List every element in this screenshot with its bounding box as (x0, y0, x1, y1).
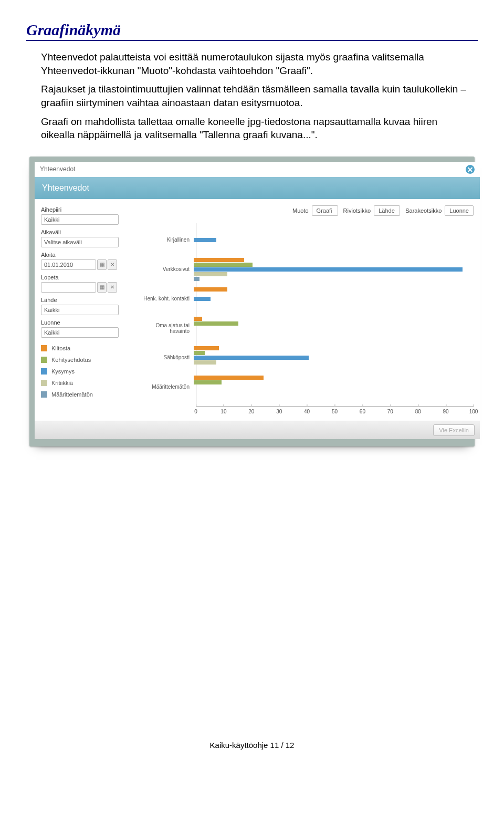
paragraph-1: Yhteenvedot palautteista voi esittää num… (41, 50, 471, 77)
luonne-label: Luonne (41, 319, 125, 326)
panel-header: Yhteenvedot (35, 177, 480, 199)
chart-x-tick: 80 (415, 409, 421, 414)
riviotsikko-select[interactable]: Lähde (374, 205, 400, 216)
chart-category-label: Sähköposti (136, 355, 194, 360)
lopeta-date-field[interactable] (41, 282, 96, 293)
bottom-bar: Vie Exceliin (35, 421, 480, 439)
chart-bar (194, 277, 200, 281)
legend-item: Kysymys (41, 368, 125, 375)
legend-label: Kehitysehdotus (51, 357, 91, 363)
lahde-select[interactable]: Kaikki (41, 305, 119, 315)
chart-bar (194, 238, 216, 242)
riviotsikko-label: Riviotsikko (343, 207, 371, 214)
chart-bar (194, 297, 211, 301)
lahde-label: Lähde (41, 297, 125, 303)
chart-bar (194, 360, 216, 365)
sarakeotsikko-label: Sarakeotsikko (405, 207, 442, 214)
muoto-label: Muoto (292, 207, 309, 214)
aikavali-select[interactable]: Valitse aikaväli (41, 237, 119, 247)
chart-bar (194, 263, 253, 267)
aihepiiri-label: Aihepiiri (41, 206, 125, 213)
legend-item: Kritiikkiä (41, 380, 125, 386)
legend-swatch (41, 357, 47, 363)
chart-bar (194, 351, 205, 355)
sidebar: Aihepiiri Kaikki Aikaväli Valitse aikavä… (41, 204, 125, 418)
chart-bar (194, 272, 227, 276)
chart-bar (194, 287, 227, 292)
chart-x-tick: 70 (387, 409, 393, 414)
chart-bar (194, 380, 222, 384)
window-title: Yhteenvedot (40, 165, 75, 173)
chart-x-tick: 20 (248, 409, 254, 414)
chart-x-tick: 30 (276, 409, 282, 414)
legend-swatch (41, 345, 47, 351)
legend-label: Kiitosta (51, 345, 70, 351)
chart-x-tick: 50 (332, 409, 338, 414)
chart-bar (194, 356, 309, 360)
chart-category-label: Oma ajatus tai havainto (136, 323, 194, 334)
legend-swatch (41, 380, 47, 386)
chart-bar (194, 267, 463, 272)
chart-category-label: Henk. koht. kontakti (136, 296, 194, 301)
paragraph-3: Graafi on mahdollista tallettaa omalle k… (41, 115, 471, 142)
page-footer: Kaiku-käyttöohje 11 / 12 (26, 741, 478, 750)
legend-item: Kehitysehdotus (41, 357, 125, 363)
chart-bar (194, 321, 238, 326)
paragraph-2: Rajaukset ja tilastointimuuttujien valin… (41, 82, 471, 109)
chart-category-label: Määrittelemätön (136, 384, 194, 390)
chart-x-tick: 40 (304, 409, 310, 414)
chart-x-tick: 0 (194, 409, 197, 414)
clear-icon[interactable]: ✕ (108, 282, 117, 293)
chart-bar (194, 346, 219, 350)
chart-x-axis: 0102030405060708090100 (196, 406, 474, 418)
chart-category-label: Kirjallinen (136, 237, 194, 243)
lopeta-label: Lopeta (41, 274, 125, 280)
legend-label: Määrittelemätön (51, 391, 93, 398)
aihepiiri-select[interactable]: Kaikki (41, 214, 119, 225)
close-icon[interactable] (466, 165, 475, 174)
muoto-select[interactable]: Graafi (312, 205, 338, 216)
legend-item: Määrittelemätön (41, 391, 125, 398)
chart-bar (194, 258, 244, 262)
chart-legend: KiitostaKehitysehdotusKysymysKritiikkiäM… (41, 345, 125, 398)
chart-x-tick: 10 (220, 409, 226, 414)
chart-category-label: Verkkosivut (136, 266, 194, 272)
window-title-bar: Yhteenvedot (35, 162, 480, 177)
legend-label: Kritiikkiä (51, 380, 73, 386)
chart-x-tick: 90 (443, 409, 449, 414)
legend-item: Kiitosta (41, 345, 125, 351)
chart-x-tick: 60 (360, 409, 365, 414)
chart-x-tick: 100 (469, 409, 478, 414)
body-text: Yhteenvedot palautteista voi esittää num… (41, 50, 471, 142)
aikavali-label: Aikaväli (41, 229, 125, 235)
chart-bar (194, 317, 202, 321)
legend-swatch (41, 391, 47, 398)
calendar-icon[interactable]: ▦ (97, 259, 107, 270)
chart-bar (194, 376, 264, 380)
clear-icon[interactable]: ✕ (108, 259, 117, 270)
legend-label: Kysymys (51, 368, 75, 375)
legend-swatch (41, 368, 47, 375)
export-excel-button[interactable]: Vie Exceliin (433, 424, 475, 436)
app-screenshot: Yhteenvedot Yhteenvedot Aihepiiri Kaikki… (29, 157, 475, 446)
chart-plot[interactable]: KirjallinenVerkkosivutHenk. koht. kontak… (196, 223, 474, 406)
aloita-label: Aloita (41, 252, 125, 258)
aloita-date-field[interactable]: 01.01.2010 (41, 259, 96, 270)
luonne-select[interactable]: Kaikki (41, 327, 119, 338)
sarakeotsikko-select[interactable]: Luonne (445, 205, 474, 216)
calendar-icon[interactable]: ▦ (97, 282, 107, 293)
page-title: Graafinäkymä (26, 21, 478, 41)
